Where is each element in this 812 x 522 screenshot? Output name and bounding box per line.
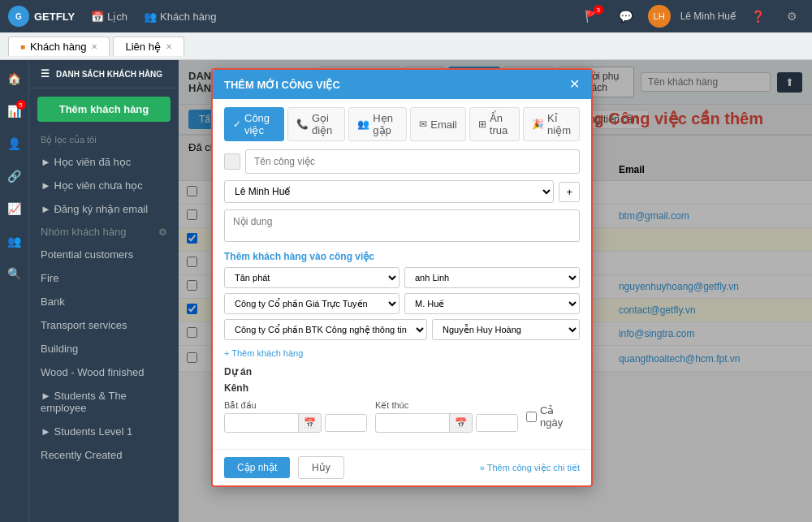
sidebar-group-students[interactable]: ► Students & The employee xyxy=(29,384,179,420)
customer-row-3: Công ty Cổ phần BTK Công nghệ thông tin … xyxy=(224,319,580,340)
modal-close-btn[interactable]: ✕ xyxy=(569,78,580,91)
sidebar: ☰ DANH SÁCH KHÁCH HÀNG Thêm khách hàng B… xyxy=(29,60,179,522)
username: Lê Minh Huế xyxy=(680,11,736,22)
start-time-input[interactable]: 00:00 xyxy=(326,415,366,431)
content-textarea[interactable] xyxy=(224,209,580,242)
content-area: DANH SÁCH KHÁCH HÀNG Nhóm khách hàng Cơ … xyxy=(179,60,812,522)
contact-select-3[interactable]: Nguyễn Huy Hoàng xyxy=(432,319,580,340)
sidebar-title: DANH SÁCH KHÁCH HÀNG xyxy=(56,70,162,79)
modal-body: ✓ Công việc 📞 Gọi điện 👥 Hẹn gặp ✉ xyxy=(213,99,591,449)
sidebar-group-potential[interactable]: Potential customers xyxy=(29,243,179,266)
chat-button[interactable]: 💬 xyxy=(614,4,638,28)
end-time-input[interactable]: 23:59 xyxy=(477,415,517,431)
help-button[interactable]: ❓ xyxy=(745,4,770,28)
start-label: Bắt đầu xyxy=(224,400,367,411)
home-icon-btn[interactable]: 🏠 xyxy=(2,67,27,91)
task-type-goidien[interactable]: 📞 Gọi điện xyxy=(287,107,345,141)
settings-button[interactable]: ⚙ xyxy=(780,4,804,28)
nav-right: 🚩 3 💬 LH Lê Minh Huế ❓ ⚙ xyxy=(580,4,804,28)
add-customer-button[interactable]: Thêm khách hàng xyxy=(37,97,171,122)
cancel-button[interactable]: Hủy xyxy=(298,456,344,479)
project-label: Dự án xyxy=(224,366,580,377)
modal-footer: Cập nhật Hủy » Thêm công việc chi tiết xyxy=(213,449,591,485)
task-name-input[interactable] xyxy=(245,149,580,174)
logo[interactable]: G GETFLY xyxy=(8,6,75,27)
date-row: Bắt đầu 23/03/2015 📅 00:00 xyxy=(224,400,580,433)
add-task-modal: THÊM MỚI CÔNG VIỆC ✕ ✓ Công việc 📞 Gọi đ… xyxy=(211,68,593,487)
graph-icon-btn[interactable]: 📈 xyxy=(2,196,27,221)
task-status-box[interactable] xyxy=(224,153,240,170)
task-type-antrua[interactable]: ⊞ Ấn trua xyxy=(469,107,520,141)
task-type-tabs: ✓ Công việc 📞 Gọi điện 👥 Hẹn gặp ✉ xyxy=(224,107,580,141)
sidebar-group-wood[interactable]: Wood - Wood finished xyxy=(29,360,179,384)
chart-badge: 5 xyxy=(16,100,26,110)
sidebar-group-building[interactable]: Building xyxy=(29,337,179,360)
start-calendar-icon[interactable]: 📅 xyxy=(298,414,321,432)
assignee-select[interactable]: Lê Minh Huế xyxy=(224,180,554,203)
team-icon-btn[interactable]: 👥 xyxy=(2,229,27,253)
sidebar-group-transport[interactable]: Transport services xyxy=(29,313,179,337)
update-button[interactable]: Cập nhật xyxy=(224,457,290,478)
sidebar-filter-email[interactable]: ► Đăng ký nhận email xyxy=(29,197,179,221)
task-type-email[interactable]: ✉ Email xyxy=(410,107,466,141)
footer-buttons: Cập nhật Hủy xyxy=(224,456,344,479)
contact-select-1[interactable]: anh Linh xyxy=(404,267,580,288)
sidebar-group-fire[interactable]: Fire xyxy=(29,266,179,290)
allday-check[interactable]: Cả ngày xyxy=(526,404,580,429)
end-calendar-icon[interactable]: 📅 xyxy=(449,414,472,432)
gear-icon[interactable]: ⚙ xyxy=(158,226,167,238)
sidebar-filter-hocvien-dah[interactable]: ► Học viên đã học xyxy=(29,150,179,174)
filter-section-title: Bộ lọc của tôi xyxy=(29,130,179,150)
flag-button[interactable]: 🚩 3 xyxy=(580,4,604,28)
logo-text: GETFLY xyxy=(34,11,75,23)
phone-icon: 📞 xyxy=(296,119,309,130)
close-tab-lien-he[interactable]: ✕ xyxy=(166,42,172,51)
main-layout: 🏠 📊 5 👤 🔗 📈 👥 🔍 ☰ DANH SÁCH KHÁCH HÀNG T… xyxy=(0,60,812,522)
channel-label: Kênh xyxy=(224,382,580,394)
nav-item-khachhang[interactable]: 👥 Khách hàng xyxy=(144,11,216,23)
tab-khach-hang[interactable]: ■ Khách hàng ✕ xyxy=(8,37,110,56)
avatar[interactable]: LH xyxy=(648,5,671,28)
sidebar-group-recently[interactable]: Recently Created xyxy=(29,443,179,467)
filter-icon: ⊞ xyxy=(478,119,486,130)
task-type-hengap[interactable]: 👥 Hẹn gặp xyxy=(348,107,407,141)
allday-checkbox[interactable] xyxy=(526,412,537,422)
user-icon-btn[interactable]: 👤 xyxy=(2,132,27,156)
modal-header: THÊM MỚI CÔNG VIỆC ✕ xyxy=(213,70,591,99)
top-navigation: G GETFLY 📅 Lịch 👥 Khách hàng 🚩 3 💬 LH Lê… xyxy=(0,0,812,32)
close-tab-khach-hang[interactable]: ✕ xyxy=(91,42,97,51)
end-inputs: 23/03/2015 📅 23:59 xyxy=(375,413,518,433)
task-type-congviec[interactable]: ✓ Công việc xyxy=(224,107,284,141)
sidebar-group-students-level[interactable]: ► Students Level 1 xyxy=(29,420,179,443)
contact-select-2[interactable]: M. Huế xyxy=(404,293,580,314)
end-date-input[interactable]: 23/03/2015 xyxy=(376,415,449,431)
search-icon-btn[interactable]: 🔍 xyxy=(2,261,27,286)
sidebar-group-bank[interactable]: Bank xyxy=(29,290,179,313)
start-date-input-wrap: 23/03/2015 📅 xyxy=(224,413,322,433)
assignee-row: Lê Minh Huế + xyxy=(224,180,580,203)
company-select-2[interactable]: Công ty Cổ phần Giá Trực Tuyến xyxy=(224,293,400,314)
modal-overlay: THÊM MỚI CÔNG VIỆC ✕ ✓ Công việc 📞 Gọi đ… xyxy=(179,60,812,522)
allday-label: Cả ngày xyxy=(540,404,580,429)
start-date-input[interactable]: 23/03/2015 xyxy=(225,415,298,431)
project-section: Dự án xyxy=(224,366,580,377)
sidebar-filter-hocvien-chua[interactable]: ► Học viên chưa học xyxy=(29,174,179,197)
add-assignee-btn[interactable]: + xyxy=(559,182,580,202)
logo-icon: G xyxy=(8,6,29,27)
channel-section: Kênh xyxy=(224,382,580,394)
detail-link[interactable]: » Thêm công việc chi tiết xyxy=(480,463,580,473)
nav-item-lich[interactable]: 📅 Lịch xyxy=(91,11,127,23)
end-label: Kết thúc xyxy=(375,400,518,411)
chart-icon-btn[interactable]: 📊 5 xyxy=(2,99,27,123)
link-icon-btn[interactable]: 🔗 xyxy=(2,164,27,188)
company-select-1[interactable]: Tân phát xyxy=(224,267,400,288)
tab-lien-he[interactable]: Liên hệ ✕ xyxy=(113,37,184,56)
task-type-kiniem[interactable]: 🎉 Kỉ niệm xyxy=(523,107,580,141)
customers-icon: 👥 xyxy=(144,11,157,23)
sidebar-toggle[interactable]: ☰ DANH SÁCH KHÁCH HÀNG xyxy=(29,60,179,88)
company-select-3[interactable]: Công ty Cổ phần BTK Công nghệ thông tin xyxy=(224,319,427,340)
customer-row-2: Công ty Cổ phần Giá Trực Tuyến M. Huế xyxy=(224,293,580,314)
group-title: Nhóm khách hàng xyxy=(41,226,127,238)
add-customer-link[interactable]: + Thêm khách hàng xyxy=(224,345,580,361)
customer-row-1: Tân phát anh Linh xyxy=(224,267,580,288)
